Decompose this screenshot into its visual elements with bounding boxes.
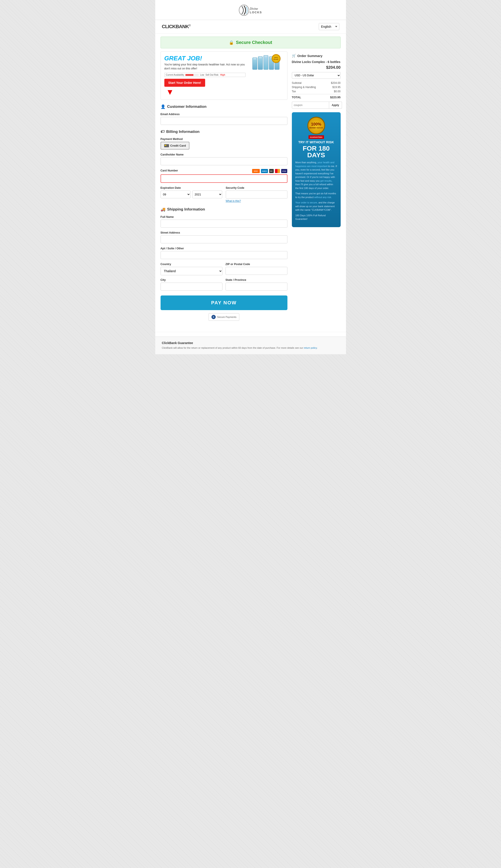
billing-section: 🏷 Billing Information Payment Method Cre… xyxy=(161,129,287,202)
high-text: High xyxy=(220,74,225,76)
shipping-section-title: Shipping Information xyxy=(167,207,205,212)
pay-now-button[interactable]: PAY NOW xyxy=(161,295,287,310)
site-header: Divine LOCKS xyxy=(155,0,346,20)
subtotal-value: $204.00 xyxy=(331,82,340,85)
page-footer: ClickBank Guarantee ClickBank will allow… xyxy=(155,337,346,354)
currency-select[interactable]: USD - US Dollar EUR - Euro GBP - Pound xyxy=(292,72,341,79)
cardholder-input[interactable] xyxy=(161,157,287,165)
zip-label: ZIP or Postal Code xyxy=(225,263,287,266)
secure-payments-icon: C xyxy=(211,315,216,319)
tax-row: Tax $0.00 xyxy=(292,90,341,93)
cardholder-group: Cardholder Name xyxy=(161,153,287,165)
secure-payments-badge: C Secure Payments xyxy=(161,313,287,321)
card-number-row: Card Number DISC AMEX DC VISA xyxy=(161,169,287,173)
city-input[interactable] xyxy=(161,283,222,290)
apt-group: Apt / Suite / Other xyxy=(161,247,287,259)
country-zip-row: Country Thailand United States United Ki… xyxy=(161,263,287,275)
clickbank-reg: ® xyxy=(189,24,191,27)
guarantee-highlight2: get results xyxy=(320,179,332,182)
coupon-row: Apply xyxy=(292,102,341,109)
shipping-section-header: 🚚 Shipping Information xyxy=(161,207,287,212)
main-content: GREAT JOB! You're taking your first step… xyxy=(155,52,346,327)
left-column: GREAT JOB! You're taking your first step… xyxy=(161,52,287,321)
security-code-input[interactable] xyxy=(226,191,287,199)
guarantee-body: More than anything, your health and happ… xyxy=(296,161,337,221)
customer-section-title: Customer Information xyxy=(167,105,207,109)
promo-text-col: GREAT JOB! You're taking your first step… xyxy=(164,55,245,96)
exp-year-select[interactable]: 2021 2020 2022 2023 2024 2025 xyxy=(192,191,222,198)
svg-text:C: C xyxy=(213,316,214,318)
email-label: Email Address xyxy=(161,113,287,116)
apt-input[interactable] xyxy=(161,251,287,259)
city-state-row: City State / Province xyxy=(161,278,287,290)
shipping-row-summary: Shipping & Handling $19.95 xyxy=(292,86,341,89)
subtotal-label: Subtotal xyxy=(292,82,302,85)
email-input[interactable] xyxy=(161,117,287,125)
secure-badge-inner: C Secure Payments xyxy=(209,313,239,321)
zip-group: ZIP or Postal Code xyxy=(225,263,287,275)
product-image: 100%GUAR. xyxy=(252,55,279,70)
cart-icon: 🛒 xyxy=(292,54,296,58)
security-label: Security Code xyxy=(226,186,287,189)
zip-input[interactable] xyxy=(225,267,287,275)
diners-logo: DC xyxy=(269,169,274,173)
state-input[interactable] xyxy=(225,283,287,290)
billing-icon: 🏷 xyxy=(161,129,164,134)
secure-payments-text: Secure Payments xyxy=(217,316,236,318)
email-group: Email Address xyxy=(161,113,287,125)
availability-label: Current Availability xyxy=(166,74,184,76)
country-label: Country xyxy=(161,263,222,266)
availability-bar xyxy=(185,74,199,76)
coupon-input[interactable] xyxy=(292,102,329,109)
exp-month-select[interactable]: 09 01 02 03 04 05 06 07 08 10 11 xyxy=(161,191,191,198)
site-logo-svg: Divine LOCKS xyxy=(237,4,264,16)
city-group: City xyxy=(161,278,222,290)
guarantee-ribbon: GUARANTEED xyxy=(309,135,324,139)
sellout-label: Sell Out Risk: xyxy=(205,74,219,76)
state-label: State / Province xyxy=(225,278,287,282)
payment-method-group: Payment Method Credit Card xyxy=(161,138,287,149)
guarantee-money-back: MONEY BACK xyxy=(309,127,323,129)
apt-label: Apt / Suite / Other xyxy=(161,247,287,250)
svg-text:LOCKS: LOCKS xyxy=(250,11,262,14)
page-wrapper: Divine LOCKS CLICKBANK® English Spanish … xyxy=(155,0,346,354)
availability-row: Current Availability Low Sell Out Risk: … xyxy=(164,73,245,77)
exp-selects: 09 01 02 03 04 05 06 07 08 10 11 xyxy=(161,191,222,198)
footer-text: ClickBank will allow for the return or r… xyxy=(162,346,339,350)
shipping-section: 🚚 Shipping Information Full Name Street … xyxy=(161,207,287,290)
credit-card-label: Credit Card xyxy=(170,144,186,147)
guarantee-headline: TRY IT WITHOUT RISK xyxy=(296,140,337,144)
payment-method-label: Payment Method xyxy=(161,138,287,141)
street-input[interactable] xyxy=(161,235,287,243)
return-policy-link[interactable]: return policy xyxy=(304,347,317,349)
what-is-this-link[interactable]: What is this? xyxy=(226,199,287,202)
country-group: Country Thailand United States United Ki… xyxy=(161,263,222,275)
expiration-label: Expiration Date xyxy=(161,186,222,189)
clickbank-logo: CLICKBANK® xyxy=(162,24,191,30)
guarantee-badge: 100% MONEY BACK xyxy=(307,117,325,135)
svg-text:Divine: Divine xyxy=(249,7,258,10)
tax-label: Tax xyxy=(292,90,296,93)
start-order-button[interactable]: Start Your Order Here! xyxy=(164,79,205,87)
right-column: 🛒 Order Summary Divine Locks Complex - 6… xyxy=(292,52,341,321)
card-number-group: Card Number DISC AMEX DC VISA xyxy=(161,169,287,183)
exp-sec-row: Expiration Date 09 01 02 03 04 05 06 07 xyxy=(161,186,287,202)
fullname-input[interactable] xyxy=(161,220,287,227)
guarantee-para4: 180 Days 100% Full Refund Guarantee! xyxy=(296,214,337,221)
bottle-1 xyxy=(252,57,257,70)
card-number-input[interactable] xyxy=(161,174,287,183)
guarantee-days: FOR 180 DAYS xyxy=(296,145,337,158)
discover-logo: DISC xyxy=(252,169,260,173)
billing-section-header: 🏷 Billing Information xyxy=(161,129,287,134)
clickbank-bar: CLICKBANK® English Spanish French xyxy=(155,20,346,33)
guarantee-highlight4: Your order is secure, xyxy=(296,201,318,204)
bottle-2 xyxy=(258,56,263,70)
card-logos: DISC AMEX DC VISA xyxy=(252,169,287,173)
promo-image-col: 100%GUAR. xyxy=(248,55,284,70)
guarantee-badge-small: 100%GUAR. xyxy=(272,54,280,63)
country-select[interactable]: Thailand United States United Kingdom Au… xyxy=(161,267,222,275)
language-select[interactable]: English Spanish French xyxy=(319,23,339,30)
guarantee-highlight3: without any risk. xyxy=(314,196,332,199)
apply-coupon-button[interactable]: Apply xyxy=(329,102,342,109)
credit-card-button[interactable]: Credit Card xyxy=(161,142,190,149)
